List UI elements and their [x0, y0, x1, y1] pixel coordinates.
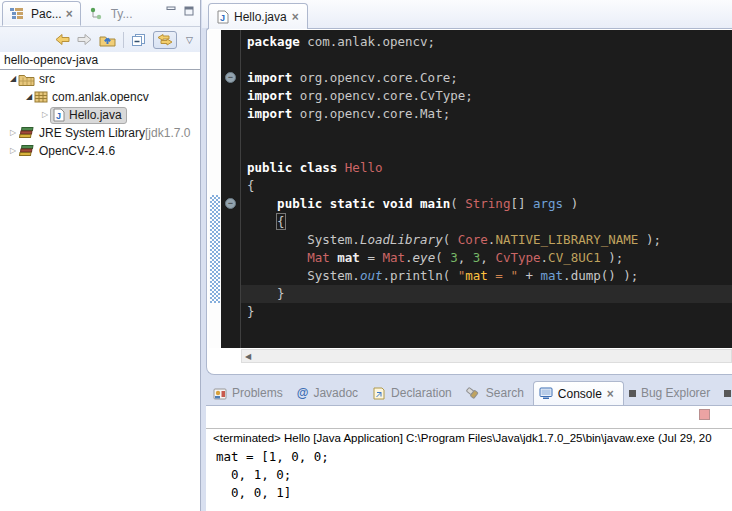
- scroll-left-icon[interactable]: ◀: [242, 352, 251, 361]
- java-file-icon: J: [53, 108, 65, 122]
- code-line[interactable]: System.LoadLibrary( Core.NATIVE_LIBRARY_…: [241, 231, 732, 249]
- tab-bug-explorer[interactable]: Bug Explorer: [624, 381, 719, 405]
- annotation-ruler[interactable]: [209, 30, 221, 348]
- collapsed-arrow-icon[interactable]: ▷: [40, 106, 50, 124]
- forward-button[interactable]: [77, 33, 92, 46]
- code-line[interactable]: [241, 51, 732, 69]
- code-line[interactable]: [241, 123, 732, 141]
- tree-item-package[interactable]: ◢ com.anlak.opencv: [0, 88, 200, 106]
- view-menu-button[interactable]: ▽: [184, 35, 193, 45]
- fold-collapse-icon[interactable]: −: [225, 72, 236, 83]
- tree-item-hello-java[interactable]: ▷ J Hello.java: [0, 106, 200, 124]
- bottom-view-tabbar: Problems @ Javadoc Declaration Search Co…: [208, 381, 732, 405]
- back-button[interactable]: [55, 33, 70, 46]
- package-explorer-panel: Pac... × Ty...: [0, 0, 201, 511]
- fold-gutter[interactable]: −−: [221, 30, 241, 348]
- tab-package-explorer-label: Pac...: [31, 7, 62, 21]
- link-with-editor-icon: [157, 34, 173, 46]
- tab-problems[interactable]: Problems: [208, 381, 292, 405]
- tree-item-label: OpenCV-2.4.6: [39, 142, 115, 160]
- editor-frame: −− package com.anlak.opencv;import org.o…: [206, 28, 732, 375]
- console-process-label: <terminated> Hello [Java Application] C:…: [213, 432, 732, 444]
- forward-arrow-icon: [77, 33, 92, 46]
- tree-item-label: JRE System Library: [39, 124, 145, 142]
- tab-label: Problems: [232, 386, 283, 400]
- console-output[interactable]: mat = [1, 0, 0; 0, 1, 0; 0, 0, 1]: [216, 448, 329, 502]
- link-with-editor-button[interactable]: [153, 31, 177, 49]
- close-icon[interactable]: ×: [292, 11, 299, 23]
- svg-text:J: J: [56, 111, 61, 121]
- expanded-arrow-icon[interactable]: ◢: [8, 70, 18, 88]
- tree-item-project[interactable]: hello-opencv-java: [0, 52, 200, 68]
- problems-icon: [213, 387, 227, 400]
- source-folder-icon: [18, 73, 35, 86]
- collapse-all-icon: [131, 33, 146, 47]
- collapse-all-button[interactable]: [131, 33, 146, 47]
- close-icon[interactable]: ×: [607, 388, 614, 400]
- code-area[interactable]: package com.anlak.opencv;import org.open…: [241, 30, 732, 348]
- tab-declaration[interactable]: Declaration: [367, 381, 461, 405]
- code-line[interactable]: Mat mat = Mat.eye( 3, 3, CvType.CV_8UC1 …: [241, 249, 732, 267]
- tab-package-explorer[interactable]: Pac... ×: [2, 1, 81, 26]
- bug-explorer-icon: [629, 390, 636, 397]
- tree-item-jre-library[interactable]: ▷ JRE System Library [jdk1.7.0: [0, 124, 200, 142]
- tab-console[interactable]: Console ×: [533, 381, 624, 405]
- tab-bug[interactable]: Bug: [719, 381, 732, 405]
- tree-item-label: com.anlak.opencv: [52, 88, 149, 106]
- code-line[interactable]: {: [241, 213, 732, 231]
- type-hierarchy-icon: [90, 7, 103, 20]
- code-line[interactable]: public static void main( String[] args ): [241, 195, 732, 213]
- tab-search[interactable]: Search: [461, 381, 533, 405]
- tree-item-label: src: [39, 70, 55, 88]
- editor-tab-label: Hello.java: [234, 10, 287, 24]
- package-explorer-toolbar: ▽: [0, 27, 200, 52]
- minimize-view-button[interactable]: [166, 6, 177, 16]
- declaration-icon: [372, 387, 386, 400]
- tree-item-src[interactable]: ◢ src: [0, 70, 200, 88]
- editor-horizontal-scrollbar[interactable]: ◀: [241, 349, 732, 363]
- toolbar-separator: [123, 32, 124, 48]
- tab-label: Bug Explorer: [641, 386, 710, 400]
- terminate-button[interactable]: [699, 409, 710, 420]
- tab-label: Declaration: [391, 386, 452, 400]
- code-line[interactable]: package com.anlak.opencv;: [241, 33, 732, 51]
- console-view[interactable]: <terminated> Hello [Java Application] C:…: [206, 405, 732, 511]
- code-line[interactable]: import org.opencv.core.CvType;: [241, 87, 732, 105]
- code-line[interactable]: }: [241, 285, 732, 303]
- project-label: hello-opencv-java: [4, 53, 98, 67]
- range-indicator: [210, 195, 220, 303]
- package-explorer-chrome: Pac... × Ty...: [0, 0, 200, 52]
- fold-collapse-icon[interactable]: −: [225, 198, 236, 209]
- project-tree[interactable]: hello-opencv-java ◢ src ◢ com.anlak.open…: [0, 52, 200, 511]
- code-line[interactable]: System.out.println( "mat = " + mat.dump(…: [241, 267, 732, 285]
- expanded-arrow-icon[interactable]: ◢: [24, 88, 34, 106]
- editor-tab-hello-java[interactable]: J Hello.java ×: [208, 3, 308, 29]
- up-folder-icon: [99, 33, 116, 47]
- library-icon: [18, 145, 35, 157]
- tab-label: Javadoc: [313, 386, 358, 400]
- svg-text:J: J: [220, 13, 225, 23]
- collapsed-arrow-icon[interactable]: ▷: [8, 142, 18, 160]
- javadoc-icon: @: [297, 386, 309, 400]
- search-flashlight-icon: [466, 387, 481, 400]
- collapsed-arrow-icon[interactable]: ▷: [8, 124, 18, 142]
- back-arrow-icon: [55, 33, 70, 46]
- java-file-icon: J: [217, 10, 229, 24]
- jre-decorator: [jdk1.7.0: [145, 124, 190, 142]
- maximize-view-button[interactable]: [184, 6, 195, 16]
- go-up-button[interactable]: [99, 33, 116, 47]
- tab-label: Search: [486, 386, 524, 400]
- code-line[interactable]: public class Hello: [241, 159, 732, 177]
- tree-item-opencv-library[interactable]: ▷ OpenCV-2.4.6: [0, 142, 200, 160]
- code-line[interactable]: }: [241, 303, 732, 321]
- code-line[interactable]: import org.opencv.core.Core;: [241, 69, 732, 87]
- tab-type-hierarchy[interactable]: Ty...: [83, 1, 140, 26]
- code-line[interactable]: {: [241, 177, 732, 195]
- code-line[interactable]: [241, 141, 732, 159]
- library-icon: [18, 127, 35, 139]
- console-icon: [539, 387, 553, 400]
- close-icon[interactable]: ×: [66, 8, 73, 20]
- code-line[interactable]: import org.opencv.core.Mat;: [241, 105, 732, 123]
- tab-javadoc[interactable]: @ Javadoc: [292, 381, 367, 405]
- package-icon: [34, 91, 48, 103]
